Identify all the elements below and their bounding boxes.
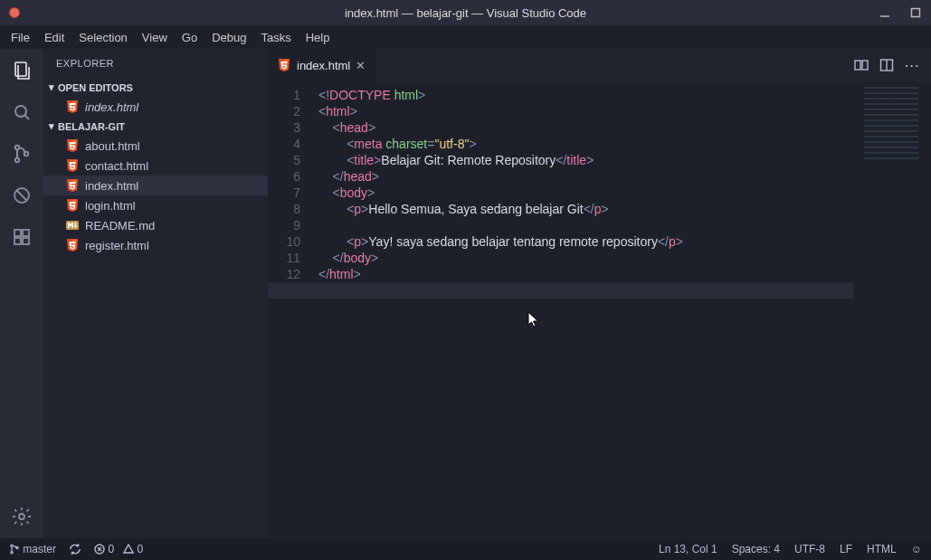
explorer-header: EXPLORER	[43, 49, 268, 78]
menu-edit[interactable]: Edit	[37, 31, 71, 44]
svg-point-6	[15, 158, 19, 162]
open-editors-label: OPEN EDITORS	[58, 82, 133, 93]
svg-rect-10	[14, 230, 21, 236]
menu-help[interactable]: Help	[299, 31, 337, 44]
more-actions-icon[interactable]: ···	[905, 59, 920, 72]
file-item[interactable]: README.md	[43, 215, 268, 235]
file-name: index.html	[85, 100, 138, 114]
indent-setting[interactable]: Spaces: 4	[732, 543, 780, 555]
extensions-icon[interactable]	[9, 224, 34, 250]
eol[interactable]: LF	[840, 543, 852, 555]
markdown-file-icon	[65, 218, 80, 233]
status-bar: master 0 0 Ln 13, Col 1 Spaces: 4 UTF-8 …	[0, 538, 931, 560]
chevron-down-icon: ▾	[49, 81, 54, 93]
svg-point-14	[19, 514, 24, 519]
menu-file[interactable]: File	[4, 31, 37, 44]
git-branch[interactable]: master	[9, 543, 56, 555]
cursor-position[interactable]: Ln 13, Col 1	[659, 543, 717, 555]
language-mode[interactable]: HTML	[867, 543, 897, 555]
svg-point-5	[15, 146, 19, 149]
svg-rect-17	[862, 61, 868, 70]
sync-icon[interactable]	[69, 543, 81, 555]
svg-rect-11	[14, 238, 21, 244]
tab-label: index.html	[297, 59, 350, 72]
file-item[interactable]: index.html	[43, 176, 268, 195]
tab-close-icon[interactable]: ✕	[356, 59, 366, 72]
line-number-gutter: 12345678910111213	[268, 81, 311, 538]
debug-icon[interactable]	[9, 183, 34, 208]
tab-bar: index.html ✕ ···	[268, 49, 931, 81]
source-control-icon[interactable]	[9, 141, 34, 166]
file-name: README.md	[85, 219, 155, 233]
menu-debug[interactable]: Debug	[204, 31, 253, 44]
settings-gear-icon[interactable]	[9, 504, 34, 529]
window-maximize-button[interactable]	[909, 6, 922, 19]
svg-rect-16	[855, 61, 860, 70]
file-name: about.html	[85, 139, 140, 153]
html-file-icon	[65, 198, 80, 213]
window-close-button[interactable]	[9, 7, 20, 18]
encoding[interactable]: UTF-8	[794, 543, 825, 555]
file-name: register.html	[85, 239, 149, 252]
html-file-icon	[65, 138, 80, 153]
code-lines[interactable]: <!DOCTYPE html><html> <head> <meta chars…	[311, 81, 931, 538]
editor-group: index.html ✕ ··· 12345678910111213 <!DOC…	[268, 49, 931, 538]
explorer-icon[interactable]	[9, 58, 34, 83]
svg-rect-12	[23, 238, 29, 244]
html-file-icon	[277, 58, 291, 72]
svg-line-4	[25, 116, 30, 120]
problems[interactable]: 0 0	[94, 543, 143, 555]
project-section[interactable]: ▾ BELAJAR-GIT	[43, 117, 268, 136]
explorer-sidebar: EXPLORER ▾ OPEN EDITORS index.html ▾ BEL…	[43, 49, 268, 538]
activity-bar	[0, 49, 43, 538]
file-name: login.html	[85, 199, 136, 213]
open-editors-section[interactable]: ▾ OPEN EDITORS	[43, 78, 268, 97]
project-label: BELAJAR-GIT	[58, 121, 125, 132]
code-editor[interactable]: 12345678910111213 <!DOCTYPE html><html> …	[268, 81, 931, 538]
html-file-icon	[65, 100, 80, 114]
titlebar: index.html — belajar-git — Visual Studio…	[0, 0, 931, 25]
html-file-icon	[65, 158, 80, 173]
menu-selection[interactable]: Selection	[71, 31, 134, 44]
menu-view[interactable]: View	[135, 31, 175, 44]
window-minimize-button[interactable]	[879, 6, 891, 19]
minimap[interactable]	[864, 87, 918, 159]
svg-point-20	[11, 545, 13, 546]
svg-point-3	[15, 106, 26, 117]
svg-rect-2	[15, 62, 26, 76]
file-name: contact.html	[85, 159, 148, 173]
window-title: index.html — belajar-git — Visual Studio…	[345, 6, 586, 20]
file-name: index.html	[85, 179, 138, 193]
split-editor-icon[interactable]	[879, 58, 894, 72]
html-file-icon	[65, 238, 80, 252]
chevron-down-icon: ▾	[49, 120, 54, 132]
file-item[interactable]: contact.html	[43, 156, 268, 176]
menu-go[interactable]: Go	[175, 31, 204, 44]
file-item[interactable]: about.html	[43, 136, 268, 156]
svg-rect-13	[23, 230, 29, 236]
menubar: FileEditSelectionViewGoDebugTasksHelp	[0, 25, 931, 49]
compare-changes-icon[interactable]	[854, 58, 869, 72]
svg-line-9	[16, 190, 27, 201]
tab-index-html[interactable]: index.html ✕	[268, 49, 375, 81]
open-editor-item[interactable]: index.html	[43, 97, 268, 117]
svg-rect-1	[912, 9, 920, 17]
html-file-icon	[65, 178, 80, 193]
file-item[interactable]: register.html	[43, 235, 268, 255]
feedback-smiley-icon[interactable]: ☺	[911, 543, 922, 555]
file-item[interactable]: login.html	[43, 195, 268, 215]
menu-tasks[interactable]: Tasks	[253, 31, 298, 44]
search-icon[interactable]	[9, 100, 34, 125]
svg-point-21	[11, 552, 13, 554]
